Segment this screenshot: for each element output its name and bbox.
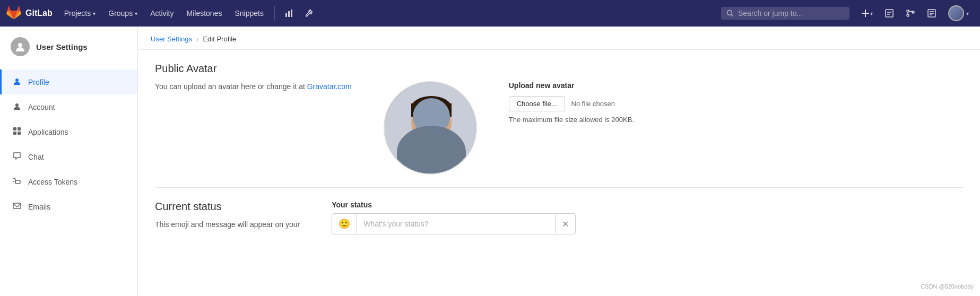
sidebar-title: User Settings — [36, 42, 88, 51]
avatar-preview — [384, 81, 477, 175]
avatar-section: You can upload an avatar here or change … — [155, 81, 963, 188]
nav-projects[interactable]: Projects ▾ — [59, 6, 101, 21]
sidebar-item-emails-label: Emails — [28, 203, 50, 211]
status-emoji-button[interactable]: 🙂 — [332, 214, 357, 234]
user-avatar — [948, 5, 964, 21]
nav-milestones[interactable]: Milestones — [181, 6, 228, 21]
svg-point-33 — [411, 96, 452, 119]
account-icon — [12, 102, 22, 112]
svg-point-32 — [411, 98, 452, 146]
chat-icon — [12, 152, 22, 162]
user-avatar-btn[interactable]: ▾ — [943, 2, 974, 24]
page-layout: User Settings Profile — [0, 27, 980, 296]
breadcrumb-separator: › — [196, 35, 198, 43]
svg-rect-24 — [18, 132, 21, 135]
issues-icon[interactable] — [922, 5, 941, 21]
svg-point-11 — [907, 14, 909, 16]
no-file-chosen-text: No file chosen — [571, 100, 615, 108]
svg-rect-29 — [385, 82, 476, 173]
svg-rect-2 — [291, 10, 292, 17]
sidebar-item-emails[interactable]: Emails — [0, 194, 137, 219]
access-tokens-icon — [12, 177, 22, 187]
profile-icon — [12, 77, 22, 87]
choose-file-button[interactable]: Choose file... — [509, 96, 565, 111]
search-input[interactable] — [738, 9, 844, 18]
applications-icon — [12, 127, 22, 137]
svg-rect-34 — [411, 103, 452, 117]
user-menu-chevron-icon: ▾ — [966, 11, 969, 16]
svg-point-10 — [907, 10, 909, 12]
svg-point-3 — [727, 11, 732, 15]
avatar-person-image — [385, 82, 476, 173]
gitlab-logo-icon — [6, 6, 21, 21]
sidebar-item-chat-label: Chat — [28, 153, 44, 161]
sidebar-item-access-tokens[interactable]: Access Tokens — [0, 169, 137, 194]
svg-rect-6 — [862, 13, 869, 14]
sidebar-header: User Settings — [0, 27, 137, 65]
sidebar-nav: Profile Account — [0, 65, 137, 223]
brand-logo[interactable]: GitLab — [6, 6, 53, 21]
file-size-note: The maximum file size allowed is 200KB. — [509, 116, 634, 124]
svg-point-26 — [13, 181, 14, 182]
breadcrumb: User Settings › Edit Profile — [138, 27, 980, 50]
svg-point-36 — [436, 121, 440, 126]
status-input-area: Your status 🙂 ✕ — [332, 201, 576, 234]
sidebar-item-chat[interactable]: Chat — [0, 144, 137, 169]
svg-point-18 — [18, 43, 22, 47]
svg-rect-22 — [18, 127, 21, 130]
search-bar — [721, 7, 849, 20]
nav-activity[interactable]: Activity — [145, 6, 179, 21]
svg-point-31 — [395, 146, 467, 173]
emails-icon — [12, 202, 22, 212]
svg-rect-21 — [13, 127, 16, 130]
svg-point-19 — [15, 79, 19, 82]
sidebar-item-applications-label: Applications — [28, 128, 68, 136]
file-input-row: Choose file... No file chosen — [509, 96, 634, 111]
nav-groups[interactable]: Groups ▾ — [103, 6, 143, 21]
plus-create-icon[interactable]: ▾ — [856, 5, 878, 21]
status-text-input[interactable] — [357, 215, 555, 232]
breadcrumb-current: Edit Profile — [203, 35, 236, 43]
search-icon — [726, 10, 734, 17]
wrench-icon[interactable] — [300, 6, 318, 21]
avatar-section-title: Public Avatar — [155, 63, 963, 75]
content-area: Public Avatar You can upload an avatar h… — [138, 50, 980, 247]
status-section-title: Current status — [155, 201, 300, 213]
breadcrumb-parent-link[interactable]: User Settings — [151, 35, 192, 43]
avatar-circle — [384, 81, 477, 175]
svg-rect-25 — [15, 180, 20, 184]
todo-icon[interactable] — [880, 5, 899, 21]
nav-divider — [274, 6, 275, 21]
status-description: Current status This emoji and message wi… — [155, 201, 300, 230]
svg-line-4 — [732, 15, 734, 17]
main-content: User Settings › Edit Profile Public Avat… — [138, 27, 980, 296]
svg-rect-7 — [886, 10, 893, 17]
bar-chart-icon[interactable] — [280, 6, 298, 21]
sidebar-item-account-label: Account — [28, 103, 55, 111]
sidebar-item-access-tokens-label: Access Tokens — [28, 178, 77, 186]
projects-chevron-icon: ▾ — [93, 11, 96, 16]
sidebar: User Settings Profile — [0, 27, 138, 296]
top-navigation: GitLab Projects ▾ Groups ▾ Activity Mile… — [0, 0, 980, 27]
sidebar-item-applications[interactable]: Applications — [0, 119, 137, 144]
sidebar-item-account[interactable]: Account — [0, 94, 137, 119]
svg-point-35 — [423, 121, 427, 126]
svg-point-30 — [392, 146, 471, 173]
watermark: CSDN @520nobody — [921, 283, 974, 290]
status-input-row: 🙂 ✕ — [332, 213, 576, 234]
merge-request-icon[interactable] — [901, 5, 920, 21]
svg-rect-23 — [13, 132, 16, 135]
svg-rect-0 — [285, 13, 287, 17]
sidebar-item-profile[interactable]: Profile — [0, 69, 137, 94]
topnav-right-actions: ▾ — [856, 2, 974, 24]
avatar-description: You can upload an avatar here or change … — [155, 81, 352, 92]
status-clear-button[interactable]: ✕ — [555, 215, 575, 233]
avatar-svg — [385, 82, 476, 173]
groups-chevron-icon: ▾ — [135, 11, 137, 16]
avatar-desc-text: You can upload an avatar here or change … — [155, 82, 305, 91]
status-desc-text: This emoji and message will appear on yo… — [155, 219, 300, 230]
svg-point-20 — [15, 103, 19, 107]
nav-snippets[interactable]: Snippets — [229, 6, 268, 21]
sidebar-user-icon — [11, 37, 30, 56]
gravatar-link[interactable]: Gravatar.com — [307, 82, 352, 91]
